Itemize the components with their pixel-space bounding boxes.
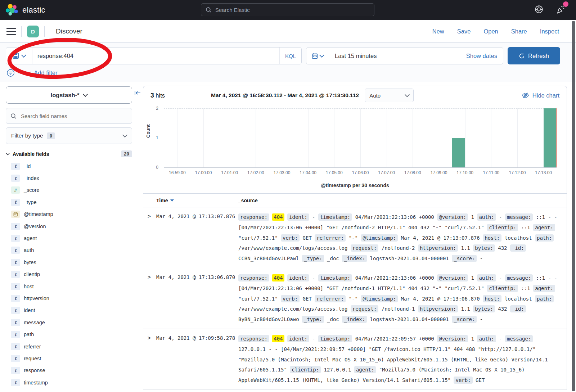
row-timestamp: Mar 4, 2021 @ 17:13:06.870 [156, 273, 238, 325]
field-item-message[interactable]: tmessage [11, 316, 132, 328]
field-name: referrer [24, 344, 41, 350]
brand-name: elastic [22, 5, 45, 15]
x-tick-label: 17:13:00 [535, 170, 552, 175]
newsfeed-icon[interactable] [556, 4, 566, 16]
row-source: response: 404 ident: - timestamp: 04/Mar… [238, 334, 557, 386]
discover-app-badge[interactable]: D [27, 26, 39, 37]
field-name: agent [24, 235, 37, 241]
table-body: >Mar 4, 2021 @ 17:13:07.876response: 404… [143, 207, 567, 390]
saved-query-menu-button[interactable] [6, 48, 32, 64]
source-field-badge: ident: [287, 274, 309, 281]
expand-row-icon[interactable]: > [148, 334, 156, 386]
source-field-badge: auth: [477, 213, 496, 221]
source-field-badge: auth: [477, 335, 496, 342]
histogram-bar-17:09:30[interactable] [452, 138, 465, 167]
x-tick-label: 17:03:00 [274, 170, 291, 175]
filter-icon[interactable] [6, 69, 15, 77]
x-tick-label: 17:02:00 [247, 170, 264, 175]
time-range-value[interactable]: Last 15 minutes [335, 53, 377, 59]
filter-by-type-select[interactable]: Filter by type 0 [6, 127, 132, 144]
chart-plot [164, 108, 557, 168]
field-item-referrer[interactable]: treferrer [11, 341, 132, 352]
app-header: D Discover NewSaveOpenShareInspect [0, 20, 576, 43]
field-search-input[interactable] [20, 113, 127, 120]
string-field-icon: t [11, 307, 20, 314]
string-field-icon: t [11, 379, 20, 386]
menu-icon[interactable] [6, 28, 16, 35]
field-item-response[interactable]: tresponse [11, 365, 132, 377]
source-field-badge: @timestamp: [361, 234, 398, 242]
field-item-bytes[interactable]: tbytes [11, 256, 132, 268]
global-search-input[interactable]: Search Elastic [201, 3, 374, 16]
query-bar: KQL [6, 47, 302, 64]
field-name: host [24, 284, 33, 289]
horizontal-gridline [164, 138, 557, 138]
field-item-auth[interactable]: tauth [11, 244, 132, 256]
field-name: _index [24, 175, 39, 181]
field-item-host[interactable]: thost [11, 280, 132, 292]
string-field-icon: t [11, 331, 20, 338]
expand-row-icon[interactable]: > [148, 212, 156, 264]
date-quick-select-button[interactable] [306, 48, 329, 64]
collapse-sidebar-icon[interactable] [134, 90, 141, 97]
source-field-badge: message: [505, 335, 533, 342]
add-filter-button[interactable]: + Add filter [29, 69, 57, 76]
field-item-timestamp[interactable]: ttimestamp [11, 377, 132, 388]
refresh-button[interactable]: Refresh [508, 47, 560, 64]
index-pattern-select[interactable]: logstash-* [6, 86, 132, 104]
field-item-_score[interactable]: #_score [11, 184, 132, 196]
field-item-_type[interactable]: t_type [11, 196, 132, 208]
divider [18, 73, 23, 73]
search-icon [206, 7, 212, 13]
histogram-chart: Count 012 16:59:0017:00:0017:01:0017:02:… [143, 105, 567, 193]
field-name: @timestamp [24, 211, 53, 217]
table-row: >Mar 4, 2021 @ 17:09:58.278response: 404… [143, 329, 567, 390]
action-new-link[interactable]: New [432, 28, 444, 35]
expand-row-icon[interactable]: > [148, 273, 156, 325]
histogram-bar-17:13:00[interactable] [544, 108, 557, 167]
string-field-icon: t [11, 271, 20, 278]
y-tick-label: 0 [156, 165, 158, 170]
source-field-badge: referrer: [315, 295, 346, 302]
field-item-agent[interactable]: tagent [11, 232, 132, 244]
action-save-link[interactable]: Save [457, 28, 471, 35]
source-field-badge: message: [505, 274, 533, 281]
field-item-clientip[interactable]: tclientip [11, 269, 132, 280]
action-inspect-link[interactable]: Inspect [540, 28, 559, 35]
histogram-interval-select[interactable]: Auto [365, 89, 414, 102]
x-tick-label: 17:05:00 [326, 170, 343, 175]
current-time-marker [556, 108, 557, 167]
elastic-logo-icon [5, 3, 19, 17]
vertical-scrollbar[interactable] [572, 21, 575, 391]
field-item-ident[interactable]: tident [11, 305, 132, 316]
field-item-httpversion[interactable]: thttpversion [11, 292, 132, 304]
table-row: >Mar 4, 2021 @ 17:13:07.876response: 404… [143, 207, 567, 268]
elastic-logo[interactable]: elastic [5, 3, 45, 17]
source-field-badge: _type: [302, 255, 324, 262]
source-field-badge: @version: [437, 274, 468, 281]
help-icon[interactable] [534, 5, 544, 15]
query-input[interactable] [32, 53, 279, 59]
sort-desc-icon[interactable] [170, 199, 174, 202]
show-dates-button[interactable]: Show dates [466, 53, 497, 59]
available-fields-header[interactable]: Available fields 20 [6, 150, 132, 157]
source-field-badge: host: [483, 295, 501, 302]
row-source: response: 404 ident: - timestamp: 04/Mar… [238, 212, 557, 264]
time-column-header[interactable]: Time [156, 198, 238, 203]
hide-chart-button[interactable]: Hide chart [522, 92, 559, 99]
fields-sidebar: logstash-* Filter by type 0 [0, 82, 143, 390]
field-item-path[interactable]: tpath [11, 328, 132, 340]
documents-table: Time _source >Mar 4, 2021 @ 17:13:07.876… [143, 193, 567, 390]
action-open-link[interactable]: Open [483, 28, 498, 35]
query-language-button[interactable]: KQL [279, 48, 301, 64]
source-field-badge: timestamp: [318, 335, 352, 342]
row-timestamp: Mar 4, 2021 @ 17:09:58.278 [156, 334, 238, 386]
field-name: bytes [24, 260, 36, 265]
action-share-link[interactable]: Share [511, 28, 527, 35]
field-item-_index[interactable]: t_index [11, 172, 132, 184]
field-item-_id[interactable]: t_id [11, 160, 132, 172]
field-item-request[interactable]: trequest [11, 352, 132, 364]
field-item-@version[interactable]: t@version [11, 220, 132, 232]
field-item-@timestamp[interactable]: @timestamp [11, 208, 132, 220]
source-field-badge: request: [351, 305, 378, 312]
